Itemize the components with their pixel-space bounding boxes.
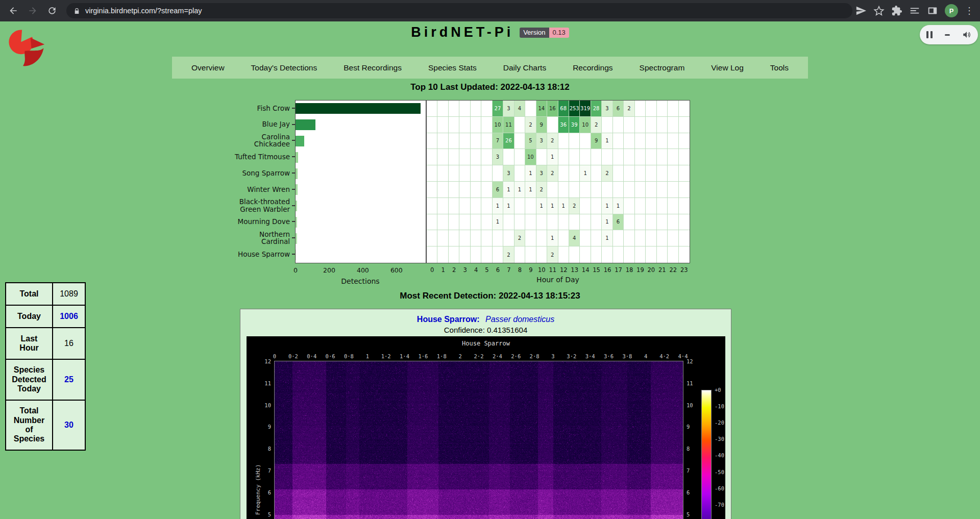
hour-tick-label: 15 <box>593 266 600 274</box>
sg-time-tick: 0 <box>273 353 276 359</box>
bar-tick-label: 600 <box>390 266 403 274</box>
stats-table: Total1089Today1006Last Hour16Species Det… <box>5 282 86 451</box>
recent-detection-panel: House Sparrow: Passer domesticus Confide… <box>240 309 731 519</box>
nav-item-daily-charts[interactable]: Daily Charts <box>503 63 546 72</box>
sg-colorbar-tick: -70 <box>715 502 724 508</box>
stats-cell: 1006 <box>53 305 85 328</box>
bar-tick-label: 200 <box>323 266 335 274</box>
heatmap-axis-title: Hour of Day <box>536 276 579 284</box>
sg-colorbar-tick: -50 <box>715 469 724 475</box>
sg-freq-tick-right: 10 <box>687 402 702 408</box>
audio-player <box>920 25 978 44</box>
stats-value: 16 <box>64 339 74 348</box>
chart-axes: 0200400600012345678910111213141516171819… <box>194 100 690 289</box>
sg-time-tick: 2·6 <box>511 353 521 359</box>
nav-item-view-log[interactable]: View Log <box>711 63 743 72</box>
sg-time-tick: 4 <box>644 353 647 359</box>
sg-colorbar-tick: +0 <box>715 387 721 393</box>
list-icon[interactable] <box>909 5 920 16</box>
stats-label: Total Number of Species <box>6 400 53 450</box>
send-icon[interactable] <box>855 5 867 16</box>
hour-tick-label: 4 <box>474 266 478 274</box>
sg-time-tick: 2 <box>458 353 461 359</box>
stats-row: Last Hour16 <box>6 328 85 359</box>
hour-tick-label: 6 <box>496 266 500 274</box>
sg-colorbar-tick: -60 <box>715 485 724 491</box>
profile-avatar[interactable]: P <box>945 4 958 17</box>
stats-value-link[interactable]: 1006 <box>60 312 78 320</box>
detection-species-link[interactable]: House Sparrow: <box>417 315 480 324</box>
sg-freq-tick-right: 6 <box>687 489 702 496</box>
nav-item-spectrogram[interactable]: Spectrogram <box>640 63 685 72</box>
stats-label: Species Detected Today <box>6 359 53 400</box>
forward-icon[interactable] <box>24 3 41 19</box>
nav-item-species-stats[interactable]: Species Stats <box>428 63 477 72</box>
reload-icon[interactable] <box>44 3 60 19</box>
volume-icon[interactable] <box>962 30 971 39</box>
sg-time-tick: 1 <box>366 353 369 359</box>
menu-icon[interactable]: ⋮ <box>965 5 973 16</box>
toolbar-actions: P ⋮ <box>855 4 975 17</box>
detection-title: House Sparrow: Passer domesticus <box>240 315 731 324</box>
sg-time-tick: 1·4 <box>400 353 409 359</box>
title-row: BirdNET-Pi Version 0.13 <box>0 24 980 40</box>
pause-icon[interactable] <box>926 31 933 38</box>
nav-item-tools[interactable]: Tools <box>770 63 789 72</box>
sg-time-tick: 0·8 <box>344 353 354 359</box>
url-text[interactable]: virginia.birdnetpi.com/?stream=play <box>85 7 202 15</box>
sg-time-tick: 3 <box>551 353 554 359</box>
stats-value-link[interactable]: 30 <box>64 421 74 429</box>
hour-tick-label: 19 <box>636 266 644 274</box>
sg-freq-tick-left: 5 <box>247 511 271 517</box>
sg-freq-tick-left: 10 <box>247 402 271 408</box>
stats-row: Total Number of Species30 <box>6 400 85 450</box>
bar-tick-label: 0 <box>293 266 298 274</box>
sg-time-tick: 3·6 <box>604 353 614 359</box>
stats-cell: 25 <box>53 359 85 400</box>
sg-freq-tick-left: 6 <box>247 489 271 496</box>
hour-tick-label: 1 <box>442 266 445 274</box>
version-badge-value: 0.13 <box>549 28 569 38</box>
sg-time-tick: 1·6 <box>418 353 428 359</box>
sg-time-tick: 2·4 <box>493 353 502 359</box>
bookmark-star-icon[interactable] <box>873 5 885 16</box>
spectrogram-plot <box>274 361 683 519</box>
most-recent-heading: Most Recent Detection: 2022-04-13 18:15:… <box>0 291 980 301</box>
top10-chart: Fish CrowBlue JayCarolina ChickadeeTufte… <box>194 100 690 289</box>
spectrogram-image: House Sparrow 00·20·40·60·811·21·41·61·8… <box>247 336 725 519</box>
sg-time-tick: 1·8 <box>437 353 447 359</box>
hour-tick-label: 5 <box>485 266 488 274</box>
stats-label: Today <box>6 305 53 328</box>
sg-time-tick: 4·2 <box>659 353 669 359</box>
nav-item-overview[interactable]: Overview <box>191 63 225 72</box>
spectrogram-canvas <box>275 361 683 519</box>
hour-tick-label: 8 <box>518 266 522 274</box>
sg-time-tick: 0·2 <box>288 353 298 359</box>
hour-tick-label: 10 <box>538 266 546 274</box>
hour-tick-label: 7 <box>507 266 510 274</box>
nav-item-best-recordings[interactable]: Best Recordings <box>344 63 402 72</box>
birdnet-pi-page: { "browser": { "url": "virginia.birdnetp… <box>0 0 980 519</box>
stats-value-link[interactable]: 25 <box>64 375 74 384</box>
hour-tick-label: 16 <box>604 266 611 274</box>
spectrogram-time-axis: 00·20·40·60·811·21·41·61·822·22·42·62·83… <box>275 353 683 359</box>
hour-tick-label: 21 <box>658 266 666 274</box>
hour-tick-label: 11 <box>549 266 556 274</box>
detection-scientific-name[interactable]: Passer domesticus <box>485 315 554 324</box>
detection-confidence: Confidence: 0.41351604 <box>240 326 731 334</box>
hour-tick-label: 3 <box>463 266 467 274</box>
sg-freq-tick-right: 9 <box>687 424 702 430</box>
back-icon[interactable] <box>5 3 21 19</box>
sg-freq-tick-right: 12 <box>687 358 702 364</box>
hour-tick-label: 20 <box>648 266 655 274</box>
sg-freq-tick-left: 9 <box>247 424 271 430</box>
side-panel-icon[interactable] <box>927 5 938 16</box>
address-bar[interactable]: virginia.birdnetpi.com/?stream=play <box>66 3 852 18</box>
app-title: BirdNET-Pi <box>411 24 513 40</box>
extensions-icon[interactable] <box>891 5 902 16</box>
audio-timeline[interactable] <box>945 34 950 36</box>
sg-colorbar-tick: -10 <box>715 403 724 409</box>
nav-item-recordings[interactable]: Recordings <box>573 63 612 72</box>
nav-item-today-s-detections[interactable]: Today's Detections <box>251 63 317 72</box>
hour-tick-label: 22 <box>669 266 677 274</box>
